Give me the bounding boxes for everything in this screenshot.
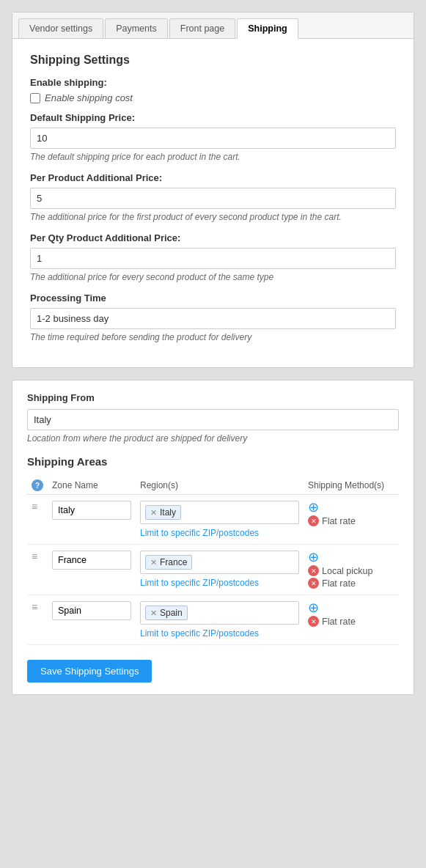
method-name-label: Flat rate	[322, 516, 356, 526]
methods-cell: ⊕ ✕ Local pickup ✕ Flat rate	[304, 545, 399, 595]
tab-shipping[interactable]: Shipping	[237, 18, 298, 39]
processing-time-input[interactable]	[30, 308, 396, 329]
processing-time-field: Processing Time The time required before…	[30, 293, 396, 342]
remove-region-icon[interactable]: ✕	[150, 608, 157, 618]
methods-cell: ⊕ ✕ Flat rate	[304, 595, 399, 645]
table-row: ≡ ✕ Spain Limit to specific ZIP/postcode…	[27, 595, 399, 645]
drag-handle-cell: ≡	[27, 495, 48, 545]
shipping-areas-table: ? Zone Name Region(s) Shipping Method(s)…	[27, 477, 399, 645]
shipping-from-label: Shipping From	[27, 392, 399, 403]
drag-handle-cell: ≡	[27, 595, 48, 645]
per-product-price-field: Per Product Additional Price: The additi…	[30, 172, 396, 222]
zip-postcodes-link[interactable]: Limit to specific ZIP/postcodes	[140, 578, 259, 588]
remove-method-icon[interactable]: ✕	[308, 565, 319, 576]
region-tag-label: Spain	[160, 608, 183, 618]
default-price-input[interactable]	[30, 128, 396, 149]
remove-region-icon[interactable]: ✕	[150, 508, 157, 518]
region-cell: ✕ Italy Limit to specific ZIP/postcodes	[136, 495, 304, 545]
region-tag-label: Italy	[160, 507, 176, 518]
method-list: ⊕ ✕ Local pickup ✕ Flat rate	[308, 551, 394, 589]
per-qty-price-label: Per Qty Product Additional Price:	[30, 232, 396, 243]
region-box[interactable]: ✕ Spain	[140, 601, 299, 625]
tab-payments[interactable]: Payments	[105, 18, 168, 38]
region-tag: ✕ Spain	[145, 606, 188, 620]
zone-name-input[interactable]	[52, 551, 131, 570]
enable-shipping-field: Enable shipping: Enable shipping cost	[30, 77, 396, 103]
per-qty-price-input[interactable]	[30, 248, 396, 269]
per-product-price-desc: The additional price for the first produ…	[30, 212, 396, 222]
save-shipping-settings-button[interactable]: Save Shipping Settings	[27, 660, 152, 683]
drag-handle-icon[interactable]: ≡	[32, 551, 37, 562]
tab-vendor-settings[interactable]: Vendor settings	[18, 18, 103, 38]
per-product-price-label: Per Product Additional Price:	[30, 172, 396, 183]
remove-region-icon[interactable]: ✕	[150, 558, 157, 567]
methods-cell: ⊕ ✕ Flat rate	[304, 495, 399, 545]
processing-time-label: Processing Time	[30, 293, 396, 304]
processing-time-desc: The time required before sending the pro…	[30, 332, 396, 342]
add-method-icon[interactable]: ⊕	[308, 501, 394, 514]
shipping-areas-card: Shipping From Location from where the pr…	[12, 380, 414, 695]
th-methods: Shipping Method(s)	[304, 477, 399, 495]
region-box[interactable]: ✕ Italy	[140, 501, 299, 524]
th-regions: Region(s)	[136, 477, 304, 495]
enable-shipping-label: Enable shipping:	[30, 77, 396, 88]
tab-front-page[interactable]: Front page	[169, 18, 235, 38]
th-help: ?	[27, 477, 48, 495]
region-tag: ✕ Italy	[145, 505, 181, 520]
zone-name-cell	[48, 595, 136, 645]
zone-name-cell	[48, 545, 136, 595]
region-cell: ✕ Spain Limit to specific ZIP/postcodes	[136, 595, 304, 645]
region-box[interactable]: ✕ France	[140, 551, 299, 574]
drag-handle-icon[interactable]: ≡	[32, 501, 37, 512]
default-price-field: Default Shipping Price: The default ship…	[30, 112, 396, 162]
method-item: ✕ Flat rate	[308, 515, 394, 526]
method-name-label: Flat rate	[322, 617, 356, 627]
shipping-from-field: Shipping From Location from where the pr…	[27, 392, 399, 444]
remove-method-icon[interactable]: ✕	[308, 515, 319, 526]
region-tag: ✕ France	[145, 555, 192, 570]
zone-name-input[interactable]	[52, 501, 131, 520]
shipping-from-desc: Location from where the product are ship…	[27, 433, 399, 444]
shipping-settings-title: Shipping Settings	[30, 54, 396, 67]
per-qty-price-desc: The additional price for every second pr…	[30, 272, 396, 282]
shipping-areas-title: Shipping Areas	[27, 455, 399, 468]
drag-handle-cell: ≡	[27, 545, 48, 595]
zip-postcodes-link[interactable]: Limit to specific ZIP/postcodes	[140, 528, 259, 538]
region-cell: ✕ France Limit to specific ZIP/postcodes	[136, 545, 304, 595]
zone-name-input[interactable]	[52, 601, 131, 620]
tabs-container: Vendor settings Payments Front page Ship…	[12, 12, 414, 39]
add-method-icon[interactable]: ⊕	[308, 601, 394, 614]
enable-shipping-checkbox-label: Enable shipping cost	[45, 92, 133, 103]
remove-method-icon[interactable]: ✕	[308, 616, 319, 627]
help-icon: ?	[32, 479, 43, 491]
default-price-label: Default Shipping Price:	[30, 112, 396, 123]
table-row: ≡ ✕ France Limit to specific ZIP/postcod…	[27, 545, 399, 595]
table-header-row: ? Zone Name Region(s) Shipping Method(s)	[27, 477, 399, 495]
method-name-label: Flat rate	[322, 578, 356, 589]
per-product-price-input[interactable]	[30, 188, 396, 209]
table-row: ≡ ✕ Italy Limit to specific ZIP/postcode…	[27, 495, 399, 545]
enable-shipping-checkbox-row: Enable shipping cost	[30, 92, 396, 103]
zip-postcodes-link[interactable]: Limit to specific ZIP/postcodes	[140, 628, 259, 639]
method-item: ✕ Flat rate	[308, 578, 394, 589]
drag-handle-icon[interactable]: ≡	[32, 601, 37, 613]
shipping-from-input[interactable]	[27, 409, 399, 430]
method-name-label: Local pickup	[322, 566, 373, 576]
enable-shipping-checkbox[interactable]	[30, 93, 40, 103]
remove-method-icon[interactable]: ✕	[308, 578, 319, 589]
zone-name-cell	[48, 495, 136, 545]
method-list: ⊕ ✕ Flat rate	[308, 601, 394, 627]
per-qty-price-field: Per Qty Product Additional Price: The ad…	[30, 232, 396, 282]
method-list: ⊕ ✕ Flat rate	[308, 501, 394, 526]
add-method-icon[interactable]: ⊕	[308, 551, 394, 564]
method-item: ✕ Flat rate	[308, 616, 394, 627]
default-price-desc: The default shipping price for each prod…	[30, 152, 396, 162]
settings-card: Vendor settings Payments Front page Ship…	[12, 12, 414, 368]
shipping-areas-body: Shipping From Location from where the pr…	[12, 380, 414, 694]
region-tag-label: France	[160, 557, 187, 567]
method-item: ✕ Local pickup	[308, 565, 394, 576]
shipping-settings-panel: Shipping Settings Enable shipping: Enabl…	[12, 39, 414, 367]
th-zone-name: Zone Name	[48, 477, 136, 495]
